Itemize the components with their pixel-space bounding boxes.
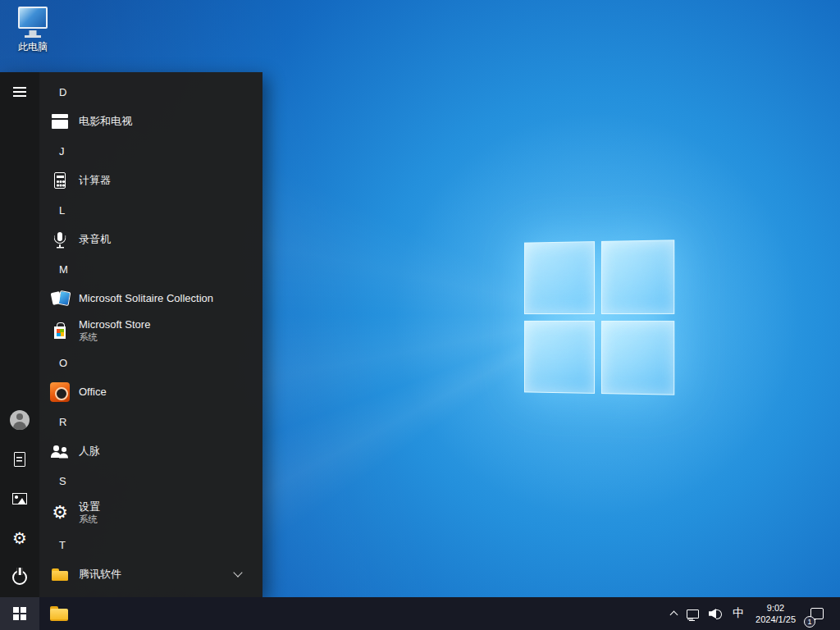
folder-icon xyxy=(49,564,71,585)
chevron-down-icon xyxy=(233,568,242,577)
clock-date: 2024/1/25 xyxy=(756,614,796,625)
app-item-microsoft-store[interactable]: Microsoft Store 系统 xyxy=(39,313,262,348)
logo-pane-top-left xyxy=(524,241,595,314)
app-label: Microsoft Store xyxy=(79,318,150,331)
clock-text: 9:02 2024/1/25 xyxy=(756,602,796,625)
section-letter: T xyxy=(59,539,66,551)
section-letter: O xyxy=(59,357,67,369)
app-section-header-w[interactable]: W xyxy=(39,589,262,597)
app-section-header-t[interactable]: T xyxy=(39,530,262,559)
ime-indicator-label: 中 xyxy=(733,606,744,621)
action-center-button[interactable]: 1 xyxy=(802,597,833,630)
documents-icon xyxy=(14,452,25,467)
start-menu-rail xyxy=(0,72,39,597)
logo-pane-bottom-left xyxy=(524,321,595,394)
settings-gear-icon xyxy=(12,530,27,547)
windows-start-icon xyxy=(13,607,26,620)
power-icon xyxy=(12,570,27,585)
office-icon xyxy=(50,382,70,402)
file-explorer-button[interactable] xyxy=(39,597,79,630)
calculator-icon xyxy=(49,170,71,191)
app-label: 腾讯软件 xyxy=(79,568,121,581)
this-pc-icon xyxy=(16,7,50,38)
section-letter: L xyxy=(59,204,65,217)
start-menu: D 电影和电视 J 计算器 L 录音机 M Microsoft Solitair… xyxy=(0,72,262,597)
clock-time: 9:02 xyxy=(756,602,796,614)
app-label: 人脉 xyxy=(79,445,100,458)
app-item-people[interactable]: 人脉 xyxy=(39,436,262,466)
hamburger-menu-icon xyxy=(13,87,26,97)
section-letter: S xyxy=(59,475,66,487)
app-label: Microsoft Solitaire Collection xyxy=(79,292,213,305)
power-button[interactable] xyxy=(0,558,39,597)
file-explorer-folder-icon xyxy=(49,605,69,622)
app-item-voice-recorder[interactable]: 录音机 xyxy=(39,225,262,254)
clock-button[interactable]: 9:02 2024/1/25 xyxy=(749,597,802,630)
this-pc-label: 此电脑 xyxy=(7,40,59,54)
app-label: 电影和电视 xyxy=(79,115,132,128)
app-item-calculator[interactable]: 计算器 xyxy=(39,166,262,195)
section-letter: R xyxy=(59,416,66,428)
section-letter: J xyxy=(59,145,65,158)
pictures-icon xyxy=(12,493,27,504)
people-icon xyxy=(49,441,71,462)
taskbar: 中 9:02 2024/1/25 1 xyxy=(0,597,840,630)
app-section-header-j[interactable]: J xyxy=(39,136,262,166)
solitaire-icon xyxy=(49,288,71,309)
logo-pane-top-right xyxy=(601,240,674,314)
documents-button[interactable] xyxy=(0,440,39,479)
chevron-up-icon xyxy=(670,611,678,619)
start-button[interactable] xyxy=(0,597,39,630)
logo-pane-bottom-right xyxy=(601,321,674,395)
app-label: 录音机 xyxy=(79,233,111,246)
app-item-tencent-software[interactable]: 腾讯软件 xyxy=(39,559,262,589)
app-item-settings[interactable]: 设置 系统 xyxy=(39,495,262,530)
app-section-header-l[interactable]: L xyxy=(39,195,262,225)
app-section-header-d[interactable]: D xyxy=(39,77,262,107)
desktop[interactable]: 此电脑 xyxy=(0,0,840,630)
notification-badge: 1 xyxy=(804,616,815,628)
rail-bottom-group xyxy=(0,400,39,597)
settings-button[interactable] xyxy=(0,518,39,558)
pictures-button[interactable] xyxy=(0,479,39,518)
speaker-icon xyxy=(709,608,723,619)
app-sublabel: 系统 xyxy=(79,514,100,525)
app-item-solitaire-collection[interactable]: Microsoft Solitaire Collection xyxy=(39,284,262,313)
section-letter: M xyxy=(59,263,68,276)
movies-tv-icon xyxy=(49,111,71,132)
volume-button[interactable] xyxy=(704,597,728,630)
user-account-button[interactable] xyxy=(0,400,39,440)
user-avatar-icon xyxy=(10,410,30,430)
section-letter: D xyxy=(59,86,66,98)
ime-indicator-button[interactable]: 中 xyxy=(728,597,749,630)
app-section-header-o[interactable]: O xyxy=(39,348,262,377)
app-item-movies-tv[interactable]: 电影和电视 xyxy=(39,107,262,136)
app-label: 计算器 xyxy=(79,174,111,187)
settings-icon xyxy=(49,502,71,523)
app-item-office[interactable]: Office xyxy=(39,377,262,407)
start-menu-expand-button[interactable] xyxy=(0,72,39,112)
app-section-header-m[interactable]: M xyxy=(39,254,262,284)
app-section-header-r[interactable]: R xyxy=(39,407,262,436)
start-app-list: D 电影和电视 J 计算器 L 录音机 M Microsoft Solitair… xyxy=(39,72,262,597)
windows-logo-wallpaper xyxy=(524,240,674,395)
network-button[interactable] xyxy=(682,597,704,630)
app-label: 设置 xyxy=(79,500,100,514)
app-label: Office xyxy=(79,386,107,399)
store-icon xyxy=(49,320,71,341)
network-icon xyxy=(687,609,699,619)
app-section-header-s[interactable]: S xyxy=(39,466,262,495)
voice-recorder-icon xyxy=(49,229,71,250)
tray-expand-button[interactable] xyxy=(666,597,682,630)
app-sublabel: 系统 xyxy=(79,331,150,343)
system-tray: 中 9:02 2024/1/25 1 xyxy=(666,597,840,630)
desktop-icon-this-pc[interactable]: 此电脑 xyxy=(7,7,59,54)
